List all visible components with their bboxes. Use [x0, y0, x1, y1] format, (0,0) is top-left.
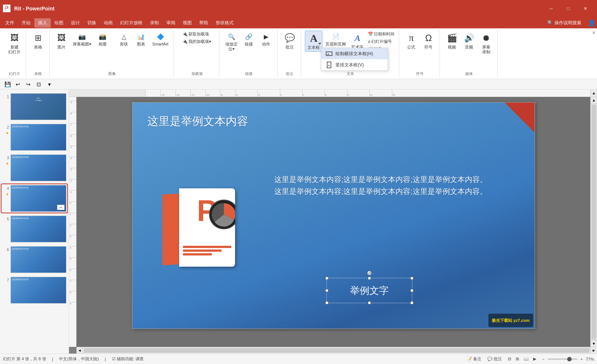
slide-thumbnail-7[interactable]: 7 这里是举例文本内容 — [1, 276, 67, 304]
slide-thumbnail-1[interactable]: 1 PPTtPPT制作 — [1, 92, 67, 121]
action-button[interactable]: ▶ 动作 — [258, 31, 274, 48]
menu-record[interactable]: 录制 — [146, 18, 163, 28]
scroll-right-button[interactable]: ► — [590, 347, 597, 354]
slide-main: 这里是举例文本内容 P — [132, 102, 535, 329]
handle-bottom-right[interactable] — [410, 301, 413, 304]
reading-view-button[interactable]: 📖 — [522, 356, 530, 362]
notes-button[interactable]: 📝 备注 — [465, 355, 483, 363]
symbol-icon: Ω — [422, 32, 434, 44]
menu-review[interactable]: 审阅 — [163, 18, 179, 28]
slide-thumbnail-2[interactable]: 2 ★ 这里是举例文本内容 — [1, 123, 67, 151]
zoom-in-button[interactable]: + — [579, 356, 584, 362]
selected-textbox[interactable]: ↺ 举例文字 — [326, 278, 412, 303]
horizontal-textbox-option[interactable]: A 绘制横排文本框(H) — [321, 48, 388, 59]
handle-bottom-left[interactable] — [325, 301, 328, 304]
my-addin-button[interactable]: 🔌 我的加载项▾ — [181, 38, 213, 45]
new-slide-button[interactable]: 🖼 新建幻灯片 — [6, 31, 23, 56]
album-icon: 📸 — [98, 32, 107, 41]
present-button[interactable]: ⊡ — [34, 80, 43, 89]
maximize-button[interactable]: □ — [560, 3, 577, 15]
handle-top-right[interactable] — [410, 277, 413, 280]
handle-top-left[interactable] — [325, 277, 328, 280]
handle-bottom-middle[interactable] — [368, 301, 371, 304]
comments-status-button[interactable]: 💬 批注 — [486, 355, 503, 363]
slide-num-button[interactable]: #幻灯片编号 — [366, 38, 396, 45]
slide-thumbnail-5[interactable]: 5 这里是举例文本内容 — [1, 215, 67, 243]
get-addin-button[interactable]: 🔌 获取加载项 — [181, 31, 213, 38]
table-button[interactable]: ⊞ 表格 — [30, 31, 46, 51]
ribbon-group-images-items: 🖼 图片 📷 屏幕截图▾ 📸 相册 △ 形状 📊 — [53, 31, 171, 70]
h-scroll-thumb[interactable] — [84, 348, 590, 353]
scroll-up-button[interactable]: ▲ — [591, 97, 597, 104]
vertical-textbox-option[interactable]: A 竖排文本框(V) — [321, 59, 388, 70]
menu-draw[interactable]: 绘图 — [51, 18, 67, 28]
audio-button[interactable]: 🔊 音频 — [461, 31, 477, 51]
ribbon-group-addins: 🔌 获取加载项 🔌 我的加载项▾ 加载项 — [175, 30, 219, 77]
ribbon-group-table: ⊞ 表格 表格 — [27, 30, 50, 77]
save-button[interactable]: 💾 — [3, 80, 12, 89]
slide-thumbnail-3[interactable]: 3 ★ 这里是举例文本内容 — [1, 154, 67, 182]
share-icon[interactable]: 👤 — [588, 19, 596, 26]
ribbon-collapse-button[interactable]: ∧ — [592, 30, 596, 35]
picture-button[interactable]: 🖼 图片 — [53, 31, 70, 51]
chart-button[interactable]: 📊 图表 — [133, 31, 149, 48]
slide-sorter-button[interactable]: ⊞ — [514, 356, 521, 362]
screen-record-button[interactable]: ⏺ 屏幕录制 — [478, 31, 494, 56]
ribbon-group-comment: 💬 批注 批注 — [278, 30, 301, 77]
undo-button[interactable]: ↩ — [13, 80, 22, 89]
video-icon: 🎬 — [446, 32, 458, 44]
handle-top-middle[interactable] — [368, 277, 371, 280]
smartart-label: SmartArt — [152, 42, 168, 47]
menu-search[interactable]: 🔍 操作说明搜索 — [544, 18, 585, 28]
header-footer-button[interactable]: 📄 页眉和页脚 — [323, 31, 348, 48]
shape-button[interactable]: △ 形状 — [116, 31, 132, 48]
zoom-button[interactable]: 🔍 缩放定位▾ — [223, 31, 240, 53]
scroll-thumb[interactable] — [591, 104, 596, 339]
link-icon: 🔗 — [244, 32, 253, 41]
album-button[interactable]: 📸 相册 — [94, 31, 111, 48]
zoom-out-button[interactable]: − — [541, 356, 546, 362]
slide-thumbnail-6[interactable]: 6 这里是举例文本内容 — [1, 245, 67, 274]
qa-dropdown-button[interactable]: ▾ — [45, 80, 54, 89]
menu-slideshow[interactable]: 幻灯片放映 — [116, 18, 146, 28]
screenshot-button[interactable]: 📷 屏幕截图▾ — [71, 31, 94, 48]
normal-view-button[interactable]: ⊟ — [506, 356, 513, 362]
smartart-button[interactable]: 🔷 SmartArt — [150, 31, 171, 48]
slide-img-2: 这里是举例文本内容 — [10, 124, 66, 151]
smartart-icon: 🔷 — [156, 32, 165, 41]
date-time-button[interactable]: 📅日期和时间 — [366, 31, 396, 38]
menu-transitions[interactable]: 切换 — [84, 18, 100, 28]
menu-design[interactable]: 设计 — [67, 18, 84, 28]
redo-button[interactable]: ↪ — [24, 80, 33, 89]
new-slide-label: 新建幻灯片 — [8, 45, 21, 54]
textbox-button[interactable]: A 文本框 — [305, 31, 322, 52]
menu-view[interactable]: 视图 — [179, 18, 196, 28]
menu-animations[interactable]: 动画 — [100, 18, 116, 28]
scroll-left-button[interactable]: ◄ — [76, 347, 83, 354]
link-button[interactable]: 🔗 链接 — [241, 31, 257, 48]
menu-shape-format[interactable]: 形状格式 — [212, 18, 237, 28]
accessibility-status: ☑ 辅助功能: 调查 — [112, 356, 144, 362]
zoom-slider[interactable] — [548, 358, 578, 360]
menu-file[interactable]: 文件 — [1, 18, 18, 28]
zoom-thumb[interactable] — [567, 357, 572, 361]
symbol-button[interactable]: Ω 符号 — [420, 31, 437, 51]
video-button[interactable]: 🎬 视频 — [444, 31, 460, 51]
menu-insert[interactable]: 插入 — [34, 18, 51, 28]
menu-home[interactable]: 开始 — [18, 18, 34, 28]
formula-button[interactable]: π 公式 — [403, 31, 419, 51]
v-ruler-mark: -2 — [69, 179, 76, 182]
scroll-down-button[interactable]: ▼ — [591, 340, 597, 347]
close-button[interactable]: ✕ — [577, 3, 594, 15]
handle-middle-right[interactable] — [410, 289, 413, 292]
slide-thumbnail-4[interactable]: 4 ★ 这里是举例文本内容 举例 — [1, 184, 67, 213]
slideshow-button[interactable]: ▶ — [532, 356, 538, 362]
selected-textbox-text: 举例文字 — [350, 284, 389, 297]
picture-label: 图片 — [57, 45, 66, 50]
comment-button[interactable]: 💬 批注 — [281, 31, 298, 51]
rotate-handle[interactable]: ↺ — [367, 271, 372, 275]
scroll-up-arrow[interactable]: ▲ — [590, 90, 597, 97]
menu-help[interactable]: 帮助 — [196, 18, 212, 28]
handle-middle-left[interactable] — [325, 289, 328, 292]
minimize-button[interactable]: ─ — [543, 3, 560, 15]
